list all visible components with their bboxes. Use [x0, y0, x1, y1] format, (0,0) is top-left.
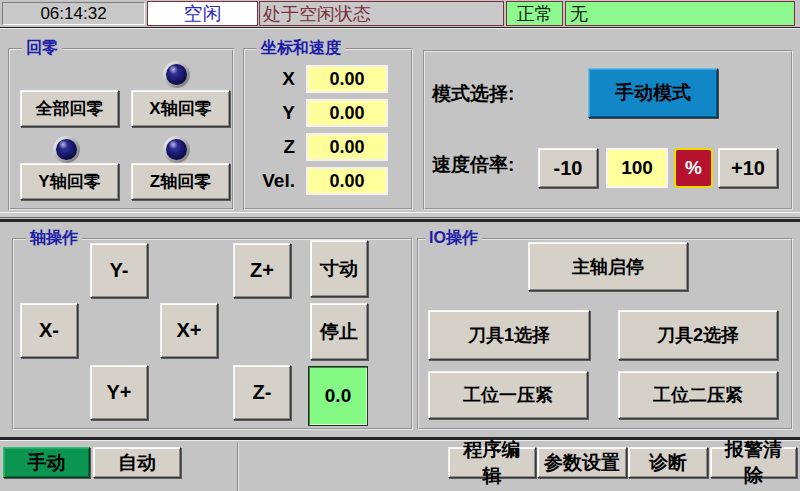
y-plus-button[interactable]: Y+ [90, 365, 148, 420]
alarm-clear-button[interactable]: 报警清除 [710, 447, 797, 478]
status-bar: 06:14:32 空闲 处于空闲状态 正常 无 [0, 0, 800, 27]
coord-value-y: 0.00 [306, 99, 388, 127]
io-panel-title: IO操作 [425, 229, 482, 247]
z-plus-button[interactable]: Z+ [233, 243, 291, 298]
z-minus-button[interactable]: Z- [233, 365, 291, 420]
clock-display: 06:14:32 [2, 2, 145, 25]
coords-panel-title: 坐标和速度 [257, 39, 345, 57]
axis-label-y: Y [245, 99, 301, 127]
percent-badge: % [674, 148, 713, 188]
param-settings-button[interactable]: 参数设置 [537, 447, 627, 478]
section-separator-line [0, 219, 800, 222]
home-x-button[interactable]: X轴回零 [131, 90, 230, 127]
auto-tab[interactable]: 自动 [93, 447, 181, 478]
override-minus-button[interactable]: -10 [538, 148, 598, 188]
station2-clamp-button[interactable]: 工位二压紧 [618, 371, 778, 419]
jog-step-value[interactable]: 0.0 [308, 366, 368, 426]
homing-panel-title: 回零 [22, 39, 62, 57]
spindle-toggle-button[interactable]: 主轴启停 [528, 242, 688, 291]
alarm-message-box: 无 [565, 1, 795, 26]
station1-clamp-button[interactable]: 工位一压紧 [428, 371, 588, 419]
coord-value-x: 0.00 [306, 65, 388, 93]
manual-mode-button[interactable]: 手动模式 [588, 68, 718, 118]
axis-panel-title: 轴操作 [26, 229, 82, 247]
axis-label-z: Z [245, 133, 301, 161]
statusbar-divider [0, 27, 800, 29]
section-separator [0, 212, 800, 218]
x-minus-button[interactable]: X- [20, 303, 78, 358]
nav-separator [0, 437, 800, 441]
z-homed-led-icon [163, 136, 190, 163]
x-homed-led-icon [163, 61, 190, 88]
y-minus-button[interactable]: Y- [90, 243, 148, 298]
coord-value-vel: 0.00 [306, 167, 388, 195]
alarm-state-box: 正常 [506, 1, 563, 26]
home-all-button[interactable]: 全部回零 [20, 90, 119, 127]
axis-label-x: X [245, 65, 301, 93]
stop-button[interactable]: 停止 [310, 303, 368, 360]
nav-divider-line [237, 443, 239, 491]
y-homed-led-icon [53, 136, 80, 163]
coord-value-z: 0.00 [306, 133, 388, 161]
override-value: 100 [606, 148, 668, 188]
x-plus-button[interactable]: X+ [160, 303, 218, 358]
state-message-box: 处于空闲状态 [259, 1, 504, 26]
program-edit-button[interactable]: 程序编辑 [448, 447, 536, 478]
override-plus-button[interactable]: +10 [718, 148, 778, 188]
tool2-select-button[interactable]: 刀具2选择 [618, 310, 778, 360]
home-y-button[interactable]: Y轴回零 [20, 163, 119, 200]
tool1-select-button[interactable]: 刀具1选择 [428, 310, 590, 360]
diagnostics-button[interactable]: 诊断 [628, 447, 708, 478]
jog-mode-button[interactable]: 寸动 [310, 240, 368, 297]
mode-select-label: 模式选择: [432, 82, 584, 106]
manual-tab[interactable]: 手动 [3, 447, 90, 478]
machine-state-box: 空闲 [147, 1, 258, 26]
home-z-button[interactable]: Z轴回零 [131, 163, 230, 200]
axis-label-vel: Vel. [245, 167, 301, 195]
